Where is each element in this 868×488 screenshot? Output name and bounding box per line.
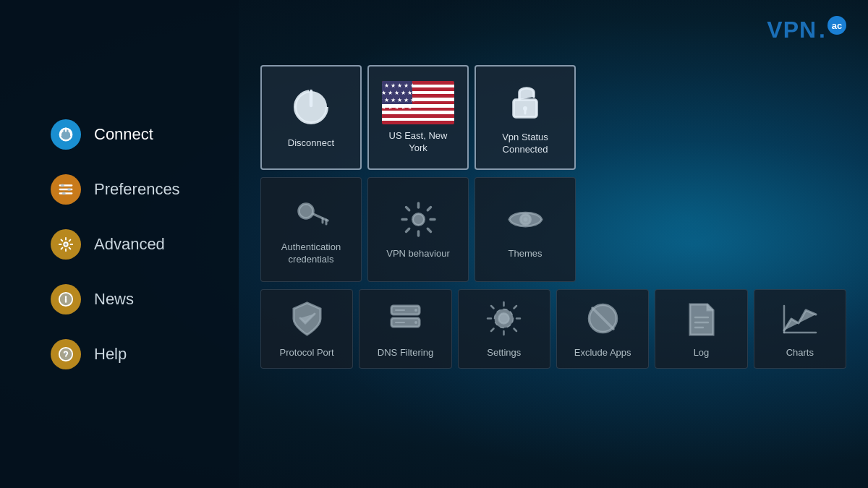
svg-point-28 bbox=[495, 309, 514, 328]
sidebar: Connect Preferences Advanced bbox=[0, 0, 239, 488]
dns-filtering-label: DNS Filtering bbox=[378, 347, 433, 359]
connect-icon bbox=[51, 119, 81, 150]
sidebar-item-preferences[interactable]: Preferences bbox=[43, 166, 239, 213]
news-icon bbox=[51, 284, 81, 314]
server-icon bbox=[386, 299, 425, 341]
auth-credentials-card[interactable]: Authenticationcredentials bbox=[260, 177, 362, 282]
us-east-card[interactable]: ★★★★★★ ★★★★★ ★★★★★★ ★★★★★ US East, NewYo… bbox=[367, 65, 469, 170]
advanced-label: Advanced bbox=[94, 235, 165, 254]
charts-label: Charts bbox=[786, 347, 814, 359]
settings-card[interactable]: Settings bbox=[458, 289, 550, 369]
charts-card[interactable]: Charts bbox=[754, 289, 846, 369]
svg-point-14 bbox=[299, 204, 313, 218]
svg-point-24 bbox=[414, 321, 417, 324]
exclude-apps-card[interactable]: Exclude Apps bbox=[556, 289, 649, 369]
logo-dot: . bbox=[819, 17, 825, 43]
disconnect-power-icon bbox=[289, 85, 333, 132]
block-icon bbox=[583, 299, 623, 341]
middle-row: Authenticationcredentials VPN behaviour bbox=[260, 177, 846, 282]
svg-point-20 bbox=[523, 217, 527, 221]
logo-vpn-text: VPN bbox=[767, 17, 817, 43]
help-label: Help bbox=[94, 345, 127, 364]
us-flag: ★★★★★★ ★★★★★ ★★★★★★ ★★★★★ bbox=[382, 81, 454, 124]
vpn-behaviour-card[interactable]: VPN behaviour bbox=[367, 177, 469, 282]
chart-icon bbox=[780, 299, 820, 341]
vpn-status-card[interactable]: Vpn StatusConnected bbox=[475, 65, 576, 170]
disconnect-label: Disconnect bbox=[288, 137, 334, 150]
disconnect-card[interactable]: Disconnect bbox=[260, 65, 362, 170]
us-east-label: US East, NewYork bbox=[389, 130, 448, 155]
svg-point-8 bbox=[65, 357, 67, 359]
settings-icon bbox=[484, 299, 524, 341]
themes-eye-icon bbox=[506, 200, 545, 242]
preferences-icon bbox=[51, 174, 81, 205]
log-card[interactable]: Log bbox=[655, 289, 747, 369]
settings-label: Settings bbox=[487, 347, 521, 359]
svg-point-3 bbox=[67, 187, 71, 191]
exclude-apps-label: Exclude Apps bbox=[574, 347, 631, 359]
sidebar-item-help[interactable]: Help bbox=[43, 330, 239, 378]
svg-point-5 bbox=[64, 242, 68, 247]
vpn-behaviour-label: VPN behaviour bbox=[386, 248, 449, 260]
preferences-label: Preferences bbox=[94, 180, 180, 199]
key-icon bbox=[292, 193, 331, 236]
shield-icon bbox=[287, 299, 327, 341]
log-doc-icon bbox=[681, 299, 721, 341]
log-label: Log bbox=[694, 347, 710, 359]
advanced-icon bbox=[51, 229, 81, 260]
protocol-port-card[interactable]: Protocol Port bbox=[260, 289, 353, 369]
top-row: Disconnect ★★★★★★ ★★★★★ ★★★★★★ ★★★★★ US … bbox=[260, 65, 846, 170]
dns-filtering-card[interactable]: DNS Filtering bbox=[359, 289, 451, 369]
themes-label: Themes bbox=[509, 248, 542, 260]
connect-label: Connect bbox=[94, 125, 153, 144]
help-icon bbox=[51, 339, 81, 369]
news-label: News bbox=[94, 290, 134, 309]
vpn-status-lock-icon bbox=[503, 80, 547, 126]
themes-card[interactable]: Themes bbox=[475, 177, 576, 282]
sidebar-item-news[interactable]: News bbox=[43, 275, 239, 323]
sidebar-item-connect[interactable]: Connect bbox=[43, 111, 239, 158]
main-content: Disconnect ★★★★★★ ★★★★★ ★★★★★★ ★★★★★ US … bbox=[239, 0, 868, 488]
logo-ac: ac bbox=[827, 16, 846, 35]
vpn-status-label: Vpn StatusConnected bbox=[502, 132, 548, 156]
svg-point-23 bbox=[414, 309, 417, 312]
protocol-port-label: Protocol Port bbox=[280, 347, 334, 359]
bottom-row: Protocol Port DNS Filtering bbox=[260, 289, 846, 369]
svg-point-18 bbox=[412, 213, 424, 225]
auth-credentials-label: Authenticationcredentials bbox=[281, 241, 341, 266]
sidebar-item-advanced[interactable]: Advanced bbox=[43, 221, 239, 268]
svg-point-4 bbox=[62, 192, 66, 195]
vpn-behaviour-gear-icon bbox=[399, 200, 438, 242]
logo: VPN . ac bbox=[767, 16, 846, 43]
svg-point-2 bbox=[61, 184, 64, 187]
flag-canton: ★★★★★★ ★★★★★ ★★★★★★ ★★★★★ bbox=[382, 81, 412, 104]
